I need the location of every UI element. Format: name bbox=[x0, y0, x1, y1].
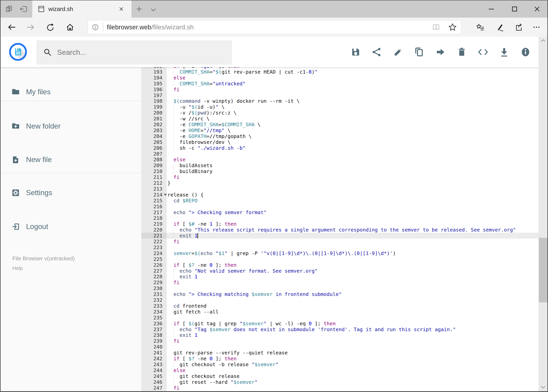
code-line[interactable]: else bbox=[167, 367, 539, 373]
code-line[interactable]: fi bbox=[167, 86, 539, 92]
code-line[interactable]: -e COMMIT_SHA=$COMMIT_SHA \ bbox=[167, 121, 539, 127]
code-line[interactable]: -e GOPATH=//tmp/gopath \ bbox=[167, 133, 539, 139]
raw-code-button[interactable] bbox=[478, 47, 489, 57]
scroll-down-icon[interactable] bbox=[540, 384, 546, 390]
rename-button[interactable] bbox=[393, 47, 404, 57]
gutter-line-number: 233 bbox=[141, 303, 167, 309]
code-line[interactable] bbox=[167, 215, 539, 221]
code-line[interactable]: if [ $(git tag | grep "$semver" | wc -l)… bbox=[167, 321, 539, 326]
more-options-icon[interactable] bbox=[532, 23, 541, 32]
code-line[interactable]: exit 1 bbox=[167, 273, 539, 280]
site-info-icon[interactable] bbox=[91, 23, 100, 32]
scrollbar-thumb[interactable] bbox=[539, 238, 548, 302]
search-input[interactable]: Search... bbox=[36, 40, 232, 65]
code-line[interactable]: -e HOME="//tmp" \ bbox=[167, 127, 539, 133]
code-line[interactable]: COMMIT_SHA="$(git rev-parse HEAD | cut -… bbox=[167, 69, 539, 75]
code-line[interactable]: exit 1 bbox=[167, 332, 539, 338]
reading-view-icon[interactable] bbox=[432, 23, 441, 32]
maximize-button[interactable] bbox=[510, 5, 519, 13]
code-line[interactable]: if [ -d ".git" ]; then bbox=[167, 67, 539, 69]
code-line[interactable]: else bbox=[167, 157, 539, 162]
code-line[interactable] bbox=[167, 285, 539, 291]
sidebar-item-new-file[interactable]: New file bbox=[0, 151, 141, 169]
code-line[interactable]: git reset --hard "$semver" bbox=[167, 379, 539, 385]
move-button[interactable] bbox=[435, 47, 446, 57]
code-line[interactable]: echo "> Checking matching $semver in fro… bbox=[167, 291, 539, 297]
code-line[interactable]: -u "$(id -u)" \ bbox=[167, 104, 539, 110]
download-button[interactable] bbox=[499, 47, 510, 57]
tab-close-icon[interactable] bbox=[118, 6, 125, 13]
code-line[interactable]: fi bbox=[167, 280, 539, 285]
info-button[interactable] bbox=[520, 47, 531, 57]
code-line[interactable]: COMMIT_SHA="untracked" bbox=[167, 81, 539, 86]
code-line[interactable]: } bbox=[167, 180, 539, 186]
code-line[interactable]: fi bbox=[167, 385, 539, 391]
forward-icon[interactable] bbox=[26, 23, 35, 32]
code-line[interactable]: semver=$(echo "$1" | grep -P '^v(0|[1-9]… bbox=[167, 250, 539, 256]
code-line[interactable] bbox=[167, 315, 539, 321]
code-line[interactable]: echo "Not valid semver format. See semve… bbox=[167, 268, 539, 274]
code-line[interactable]: buildAssets bbox=[167, 162, 539, 168]
filebrowser-logo[interactable] bbox=[9, 42, 28, 61]
code-line[interactable]: fi bbox=[167, 238, 539, 245]
code-line[interactable]: buildBinary bbox=[167, 168, 539, 174]
code-line[interactable] bbox=[167, 256, 539, 262]
copy-button[interactable] bbox=[414, 47, 425, 57]
code-line[interactable]: git checkout release bbox=[167, 373, 539, 379]
delete-button[interactable] bbox=[456, 47, 467, 57]
share-button[interactable] bbox=[371, 47, 382, 57]
code-line[interactable] bbox=[167, 151, 539, 157]
code-line[interactable]: echo "> Checking semver format" bbox=[167, 210, 539, 215]
close-window-button[interactable] bbox=[533, 5, 541, 13]
code-line[interactable]: git rev-parse --verify --quiet release bbox=[167, 350, 539, 356]
code-line[interactable]: echo "This release script requires a sin… bbox=[167, 227, 539, 233]
tab-list-chevron-icon[interactable] bbox=[150, 6, 158, 14]
code-line[interactable]: git fetch --all bbox=[167, 309, 539, 315]
help-link[interactable]: Help bbox=[12, 265, 23, 271]
code-line[interactable]: if [ $? -ne 0 ]; then bbox=[167, 262, 539, 268]
code-line[interactable]: cd frontend bbox=[167, 303, 539, 309]
code-line[interactable]: echo "Tag $semver does not exist in subm… bbox=[167, 326, 539, 332]
share-page-icon[interactable] bbox=[514, 23, 523, 32]
scroll-up-icon[interactable] bbox=[540, 38, 546, 43]
code-line[interactable]: filebrowser/dev \ bbox=[167, 139, 539, 145]
sidebar-item-settings[interactable]: Settings bbox=[0, 184, 141, 202]
code-line[interactable]: if [ $# -ne 1 ]; then bbox=[167, 221, 539, 227]
tab-preview-icon[interactable] bbox=[5, 5, 14, 13]
minimize-button[interactable] bbox=[487, 5, 496, 13]
code-line[interactable]: fi bbox=[167, 174, 539, 180]
code-line[interactable] bbox=[167, 344, 539, 350]
code-line[interactable] bbox=[167, 92, 539, 98]
favorite-star-icon[interactable] bbox=[448, 23, 457, 32]
code-line[interactable]: sh -c "./wizard.sh -b" bbox=[167, 145, 539, 151]
sidebar-item-new-folder[interactable]: New folder bbox=[0, 117, 141, 135]
code-line[interactable] bbox=[167, 245, 539, 250]
url-field[interactable]: filebrowser.web/files/wizard.sh bbox=[88, 20, 461, 35]
code-line[interactable]: if [ $? -ne 0 ]; then bbox=[167, 356, 539, 362]
save-button[interactable] bbox=[350, 47, 361, 57]
code-line[interactable]: cd $REPO bbox=[167, 198, 539, 203]
code-line[interactable] bbox=[167, 297, 539, 303]
code-line[interactable]: $(command -v winpty) docker run --rm -it… bbox=[167, 98, 539, 104]
web-note-pen-icon[interactable] bbox=[495, 23, 504, 32]
code-line[interactable]: release () { bbox=[167, 192, 539, 198]
vertical-scrollbar[interactable] bbox=[539, 37, 548, 391]
home-icon[interactable] bbox=[66, 23, 75, 32]
code-line[interactable]: exit 1 bbox=[167, 233, 539, 238]
browser-tab[interactable]: wizard.sh bbox=[32, 0, 132, 18]
code-line[interactable]: -w //src \ bbox=[167, 116, 539, 121]
back-icon[interactable] bbox=[7, 23, 16, 32]
new-tab-button[interactable] bbox=[135, 5, 144, 14]
code-line[interactable] bbox=[167, 203, 539, 210]
code-line[interactable]: git checkout -b release "$semver" bbox=[167, 362, 539, 367]
sidebar-item-logout[interactable]: Logout bbox=[0, 218, 141, 236]
set-tabs-aside-icon[interactable] bbox=[19, 5, 28, 13]
code-line[interactable]: fi bbox=[167, 338, 539, 344]
hub-favorites-icon[interactable] bbox=[476, 23, 485, 32]
code-line[interactable]: else bbox=[167, 75, 539, 81]
code-editor[interactable]: 192 if [ -d ".git" ]; then193 COMMIT_SHA… bbox=[141, 67, 539, 391]
sidebar-item-my-files[interactable]: My files bbox=[0, 83, 141, 101]
code-line[interactable] bbox=[167, 186, 539, 192]
refresh-icon[interactable] bbox=[46, 23, 55, 32]
code-line[interactable]: -v /$(pwd):/src:z \ bbox=[167, 110, 539, 116]
